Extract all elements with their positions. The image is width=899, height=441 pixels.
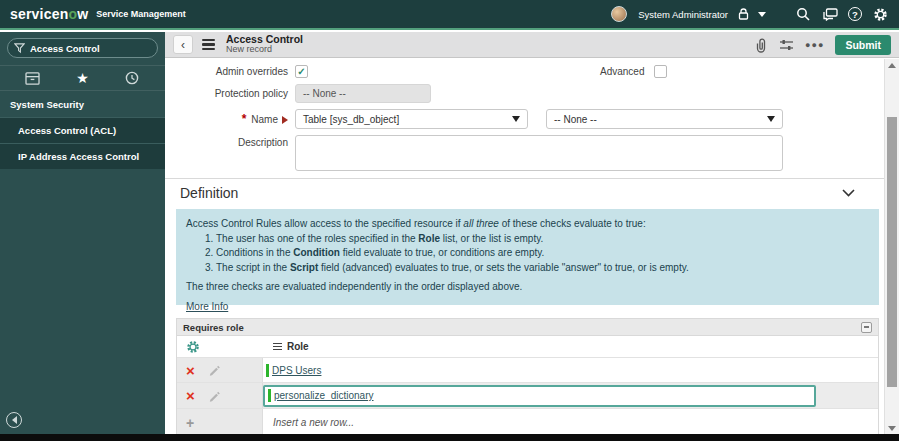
scrollbar-thumb[interactable] xyxy=(887,117,897,387)
favorites-tab-icon[interactable]: ★ xyxy=(67,68,97,88)
reference-arrow-icon xyxy=(282,116,288,124)
personalize-form-sliders-icon[interactable] xyxy=(779,38,794,52)
scroll-up-arrow[interactable] xyxy=(885,59,899,71)
admin-overrides-label: Admin overrides xyxy=(165,66,295,77)
servicenow-logo: servicenow xyxy=(10,6,88,22)
role-column-header[interactable]: Role xyxy=(263,336,878,357)
modified-indicator xyxy=(268,389,271,402)
name-row: * Name Table [sys_db_object] -- None -- xyxy=(165,109,884,129)
servicenow-app-window: servicenow Service Management System Adm… xyxy=(0,0,899,441)
description-row: Description xyxy=(165,135,884,171)
acl-info-message: Access Control Rules allow access to the… xyxy=(176,209,879,305)
protection-policy-field: -- None -- xyxy=(295,84,431,103)
protection-policy-row: Protection policy -- None -- xyxy=(165,84,884,103)
active-edit-cell[interactable]: personalize_dictionary xyxy=(263,385,816,407)
table-row: × DPS Users xyxy=(177,358,878,383)
name-operation-select[interactable]: -- None -- xyxy=(546,109,783,129)
column-context-menu-icon[interactable] xyxy=(273,343,282,351)
mandatory-asterisk-icon: * xyxy=(242,112,247,126)
navigator-search[interactable]: ✕ xyxy=(7,38,158,58)
gear-icon[interactable] xyxy=(871,5,889,23)
record-header-bar: ‹ Access Control New record ●●● Submit xyxy=(165,32,899,58)
attachment-paperclip-icon[interactable] xyxy=(754,37,768,53)
info-check-3: The script in the Script field (advanced… xyxy=(216,261,869,276)
requires-role-table: Requires role Role xyxy=(176,318,879,434)
role-link[interactable]: DPS Users xyxy=(272,365,321,376)
filter-funnel-icon xyxy=(14,43,25,54)
sidebar-item-ip-address-access-control[interactable]: IP Address Access Control xyxy=(0,143,165,169)
edit-row-pencil-icon[interactable] xyxy=(208,390,220,402)
nav-section-system-security: System Security xyxy=(0,91,165,117)
requires-role-title: Requires role xyxy=(183,322,244,333)
protection-policy-label: Protection policy xyxy=(165,88,295,99)
info-check-2: Conditions in the Condition field evalua… xyxy=(216,246,869,261)
all-applications-tab-icon[interactable] xyxy=(18,68,48,88)
list-settings-gear-icon[interactable] xyxy=(186,340,200,354)
add-row-plus-icon[interactable]: + xyxy=(186,415,194,431)
insert-row-label: Insert a new row... xyxy=(266,417,354,428)
delete-row-icon[interactable]: × xyxy=(186,363,195,378)
info-check-1: The user has one of the roles specified … xyxy=(216,232,869,247)
edit-row-pencil-icon[interactable] xyxy=(208,364,220,376)
scroll-down-arrow[interactable] xyxy=(885,422,899,434)
definition-section-header[interactable]: Definition xyxy=(165,179,884,207)
name-label: * Name xyxy=(165,112,295,126)
vertical-scrollbar[interactable] xyxy=(884,59,899,434)
lock-icon xyxy=(737,5,749,23)
navigator-search-input[interactable] xyxy=(30,43,161,54)
form-context-menu-icon[interactable] xyxy=(200,37,217,53)
definition-section-title: Definition xyxy=(180,185,238,201)
app-navigator-sidebar: ✕ ★ System Security Access Control (ACL)… xyxy=(0,32,165,434)
top-header-bar: servicenow Service Management System Adm… xyxy=(0,0,899,30)
table-row: × personalize_dictionary xyxy=(177,383,878,409)
chevron-down-icon[interactable] xyxy=(842,189,855,197)
requires-role-titlebar: Requires role xyxy=(177,319,878,336)
chat-icon[interactable] xyxy=(821,5,839,23)
back-button[interactable]: ‹ xyxy=(173,35,193,54)
product-name: Service Management xyxy=(96,9,186,19)
form-scroll-region: Admin overrides ✓ Advanced Protection po… xyxy=(165,59,884,434)
record-subtitle: New record xyxy=(226,45,303,54)
select-caret-icon xyxy=(767,116,775,122)
help-icon[interactable]: ? xyxy=(848,7,862,21)
user-avatar[interactable] xyxy=(611,6,627,22)
user-menu-caret-icon[interactable] xyxy=(758,12,766,17)
advanced-checkbox[interactable] xyxy=(654,65,667,78)
submit-button[interactable]: Submit xyxy=(835,35,891,55)
history-tab-icon[interactable] xyxy=(117,68,147,88)
requires-role-header-row: Role xyxy=(177,336,878,358)
delete-row-icon[interactable]: × xyxy=(186,388,195,403)
info-check-list: The user has one of the roles specified … xyxy=(216,232,869,276)
admin-overrides-row: Admin overrides ✓ Advanced xyxy=(165,65,884,78)
info-footer: The three checks are evaluated independe… xyxy=(186,280,869,295)
search-icon[interactable] xyxy=(794,5,812,23)
collapse-list-icon[interactable] xyxy=(861,322,872,333)
window-bottom-edge xyxy=(0,434,899,441)
user-name[interactable]: System Administrator xyxy=(638,9,728,20)
sidebar-collapse-button[interactable] xyxy=(6,412,22,428)
insert-row[interactable]: + Insert a new row... xyxy=(177,409,878,434)
more-options-icon[interactable]: ●●● xyxy=(805,40,824,50)
description-label: Description xyxy=(165,135,295,148)
select-caret-icon xyxy=(512,116,520,122)
more-info-link[interactable]: More Info xyxy=(186,300,228,315)
navigator-tabs: ★ xyxy=(0,65,165,91)
role-link[interactable]: personalize_dictionary xyxy=(274,390,374,401)
info-intro: Access Control Rules allow access to the… xyxy=(186,217,869,232)
name-table-select[interactable]: Table [sys_db_object] xyxy=(295,109,528,129)
modified-indicator xyxy=(266,364,269,377)
sidebar-item-access-control-acl[interactable]: Access Control (ACL) xyxy=(0,117,165,143)
admin-overrides-checkbox[interactable]: ✓ xyxy=(295,65,308,78)
main-content-area: ‹ Access Control New record ●●● Submit A… xyxy=(165,32,899,434)
description-textarea[interactable] xyxy=(295,135,783,171)
advanced-label: Advanced xyxy=(600,66,640,77)
